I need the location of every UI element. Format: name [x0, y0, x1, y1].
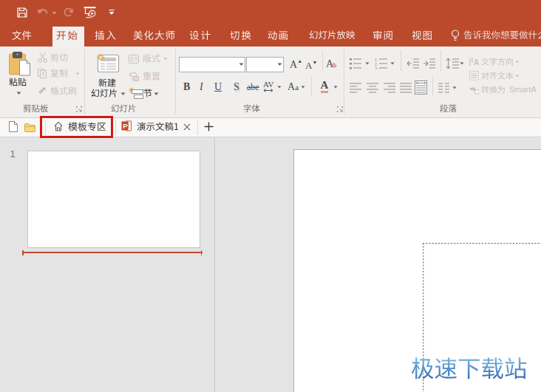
svg-text:P: P: [123, 122, 128, 130]
svg-text:A: A: [474, 58, 479, 66]
svg-text:3: 3: [375, 66, 377, 69]
svg-text:AV: AV: [263, 80, 274, 89]
